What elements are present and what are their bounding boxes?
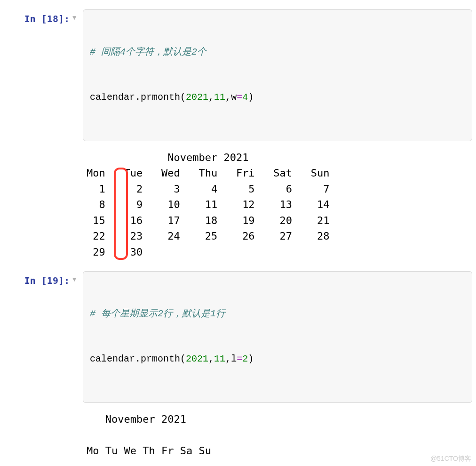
cell-18-output: ▼ November 2021 Mon Tue Wed Thu Fri Sat … — [4, 147, 472, 260]
code-input-area[interactable]: # 间隔4个字符，默认是2个 calendar.prmonth(2021,11,… — [83, 9, 472, 141]
stdout-text: November 2021 Mo Tu We Th Fr Sa Su 1 2 3… — [87, 411, 472, 466]
prompt-label: In [19]: — [4, 271, 72, 286]
code-comment: # 间隔4个字符，默认是2个 — [90, 47, 206, 57]
output-area: November 2021 Mon Tue Wed Thu Fri Sat Su… — [83, 147, 472, 260]
code-line: calendar.prmonth(2021,11,w=4) — [90, 90, 465, 105]
cell-19-input: In [19]: ▼ # 每个星期显示2行，默认是1行 calendar.prm… — [4, 271, 472, 403]
cell-19-output: ▼ November 2021 Mo Tu We Th Fr Sa Su 1 2… — [4, 409, 472, 466]
code-input-area[interactable]: # 每个星期显示2行，默认是1行 calendar.prmonth(2021,1… — [83, 271, 472, 403]
notebook: In [18]: ▼ # 间隔4个字符，默认是2个 calendar.prmon… — [0, 0, 476, 466]
collapse-caret-icon[interactable]: ▼ — [72, 9, 83, 22]
code-comment: # 每个星期显示2行，默认是1行 — [90, 308, 225, 319]
collapse-caret-icon[interactable]: ▼ — [72, 271, 83, 283]
prompt-label: In [18]: — [4, 9, 72, 24]
stdout-text: November 2021 Mon Tue Wed Thu Fri Sat Su… — [87, 150, 472, 260]
watermark-text: @51CTO博客 — [430, 455, 471, 463]
cell-18-input: In [18]: ▼ # 间隔4个字符，默认是2个 calendar.prmon… — [4, 9, 472, 141]
output-area: November 2021 Mo Tu We Th Fr Sa Su 1 2 3… — [83, 409, 472, 466]
code-line: calendar.prmonth(2021,11,l=2) — [90, 352, 465, 367]
